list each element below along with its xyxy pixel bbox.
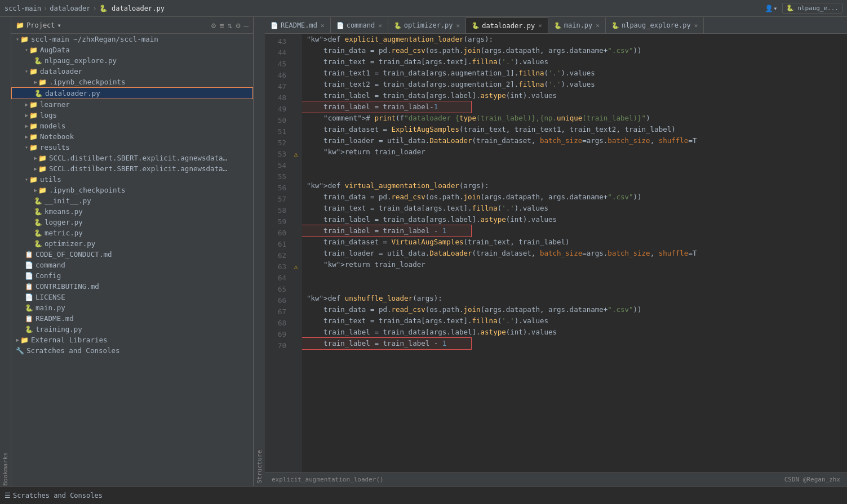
tree-item-label: dataloader.py xyxy=(45,89,100,97)
file-icon: 📁 xyxy=(29,111,38,119)
tree-item[interactable]: ▾ 📁sccl-main ~/zhxRegan/sccl-main xyxy=(11,34,253,44)
tree-item[interactable]: 🔧Scratches and Consoles xyxy=(11,345,253,356)
code-line: train_label = train_data[args.label].ast… xyxy=(302,327,847,338)
tree-item[interactable]: ▶ 📁Notebook xyxy=(11,131,253,142)
line-number: 57 xyxy=(267,194,286,205)
tree-item[interactable]: ▶ 📁learner xyxy=(11,99,253,110)
tree-item[interactable]: ▾ 📁AugData xyxy=(11,44,253,55)
tab-icon: 📄 xyxy=(270,22,278,29)
gutter-icon xyxy=(291,228,301,239)
tree-item[interactable]: 🐍logger.py xyxy=(11,217,253,228)
file-icon: 🐍 xyxy=(34,240,42,248)
tree-item[interactable]: ▶ 📁External Libraries xyxy=(11,334,253,345)
gear-icon[interactable]: ⚙ xyxy=(236,21,240,30)
tree-item[interactable]: ▶ 📁.ipynb_checkpoints xyxy=(11,185,253,195)
tree-item[interactable]: 🐍training.py xyxy=(11,324,253,334)
structure-label: Structure xyxy=(256,450,263,484)
gutter-icon xyxy=(291,182,301,194)
breadcrumb-folder[interactable]: dataloader xyxy=(50,5,90,12)
scratches-consoles[interactable]: ☰ Scratches and Consoles xyxy=(5,492,103,499)
tree-item[interactable]: 📋README.md xyxy=(11,313,253,324)
tree-item[interactable]: 🐍nlpaug_explore.py xyxy=(11,55,253,66)
file-icon: 🐍 xyxy=(25,325,33,333)
breadcrumb-file[interactable]: 🐍 dataloader.py xyxy=(99,5,165,12)
tree-item-label: dataloader xyxy=(40,67,82,75)
editor-tab-main-py[interactable]: 🐍main.py× xyxy=(548,17,606,33)
panel-icons: ⚙ ≡ ⇅ ⚙ — xyxy=(211,21,249,30)
tree-item[interactable]: 📄Config xyxy=(11,270,253,281)
tab-close-button[interactable]: × xyxy=(378,22,382,29)
tree-arrow: ▶ xyxy=(25,133,28,140)
tree-arrow: ▶ xyxy=(25,101,28,108)
tree-item-label: .ipynb_checkpoints xyxy=(49,78,125,86)
editor-tab-optimizer-py[interactable]: 🐍optimizer.py× xyxy=(388,17,466,33)
file-icon: 🐍 xyxy=(34,197,42,205)
tree-arrow: ▶ xyxy=(34,155,37,161)
tree-item[interactable]: ▶ 📁models xyxy=(11,121,253,131)
code-line: train_dataset = VirtualAugSamples(train_… xyxy=(302,237,847,248)
tree-item[interactable]: 🐍metric.py xyxy=(11,228,253,238)
user-icon[interactable]: 👤▾ xyxy=(765,5,777,12)
code-line: train_label = train_label-1 xyxy=(302,101,471,113)
tree-item[interactable]: 🐍__init__.py xyxy=(11,195,253,206)
breadcrumb-root[interactable]: sccl-main xyxy=(5,5,41,12)
tab-close-button[interactable]: × xyxy=(538,22,542,29)
gutter-icon xyxy=(291,126,301,137)
tab-icon: 🐍 xyxy=(472,22,480,29)
tree-item[interactable]: ▶ 📁logs xyxy=(11,110,253,121)
line-number: 63 xyxy=(267,261,286,273)
line-number: 66 xyxy=(267,295,286,306)
sort-icon[interactable]: ⇅ xyxy=(228,21,232,30)
tree-item[interactable]: 🐍optimizer.py xyxy=(11,238,253,249)
tree-arrow: ▶ xyxy=(34,187,37,193)
editor-tab-dataloader-py[interactable]: 🐍dataloader.py× xyxy=(466,17,548,33)
file-icon: 📋 xyxy=(25,315,33,323)
gutter-icon xyxy=(291,250,301,261)
tree-item[interactable]: ▾ 📁results xyxy=(11,142,253,153)
tree-item[interactable]: 🐍dataloader.py xyxy=(11,87,253,99)
tree-arrow: ▾ xyxy=(25,47,28,53)
tree-item-label: Scratches and Consoles xyxy=(26,346,120,355)
project-dropdown-arrow[interactable]: ▾ xyxy=(57,21,61,29)
tree-item[interactable]: 🐍kmeans.py xyxy=(11,206,253,217)
editor-area: 📄README.md×📄command×🐍optimizer.py×🐍datal… xyxy=(265,17,847,486)
code-line: train_text = train_data[args.text].filln… xyxy=(302,315,847,327)
tree-item[interactable]: ▶ 📁SCCL.distilbert.SBERT.explicit.agnews… xyxy=(11,163,253,174)
layout-icon[interactable]: ≡ xyxy=(219,21,224,30)
tree-item[interactable]: ▾ 📁dataloader xyxy=(11,66,253,77)
tab-close-button[interactable]: × xyxy=(596,22,600,29)
gutter-icon xyxy=(291,284,301,295)
tree-arrow: ▶ xyxy=(25,112,28,118)
tree-item[interactable]: 📋CODE_OF_CONDUCT.md xyxy=(11,249,253,260)
settings-icon[interactable]: ⚙ xyxy=(211,21,216,30)
code-editor[interactable]: 4344454647484950515253545556575859606162… xyxy=(265,34,847,472)
file-icon: 📁 xyxy=(29,101,38,109)
editor-tab-command[interactable]: 📄command× xyxy=(331,17,388,33)
gutter-icon xyxy=(291,318,301,329)
file-icon: 📁 xyxy=(29,144,38,151)
bookmarks-strip: Bookmarks xyxy=(0,17,11,486)
tree-item[interactable]: ▾ 📁utils xyxy=(11,174,253,185)
tree-item-label: sccl-main ~/zhxRegan/sccl-main xyxy=(31,35,158,43)
editor-tab-nlpaug_explore-py[interactable]: 🐍nlpaug_explore.py× xyxy=(606,17,704,33)
gutter-icon xyxy=(291,340,301,351)
tree-item[interactable]: 📋CONTRIBUTING.md xyxy=(11,281,253,292)
editor-tab-README-md[interactable]: 📄README.md× xyxy=(265,17,331,33)
tree-item[interactable]: ▶ 📁SCCL.distilbert.SBERT.explicit.agnews… xyxy=(11,153,253,163)
status-function: explicit_augmentation_loader() xyxy=(272,476,384,483)
code-line: train_loader = util_data.DataLoader(trai… xyxy=(302,248,847,259)
close-icon[interactable]: — xyxy=(244,21,249,30)
tab-close-button[interactable]: × xyxy=(456,22,460,29)
tree-arrow: ▶ xyxy=(25,123,28,129)
tab-close-button[interactable]: × xyxy=(694,22,698,29)
tree-item-label: SCCL.distilbert.SBERT.explicit.agnewsdat… xyxy=(49,154,229,162)
tree-item[interactable]: 📄command xyxy=(11,260,253,270)
tree-item[interactable]: 📄LICENSE xyxy=(11,292,253,302)
code-line: "kw">def unshuffle_loader(args): xyxy=(302,293,847,304)
tree-item[interactable]: ▶ 📁.ipynb_checkpoints xyxy=(11,77,253,87)
tree-item[interactable]: 🐍main.py xyxy=(11,302,253,313)
tree-item-label: logger.py xyxy=(45,218,83,226)
code-line: train_label = train_data[args.label].ast… xyxy=(302,90,847,101)
gutter-icon xyxy=(291,92,301,104)
tab-close-button[interactable]: × xyxy=(321,22,325,29)
